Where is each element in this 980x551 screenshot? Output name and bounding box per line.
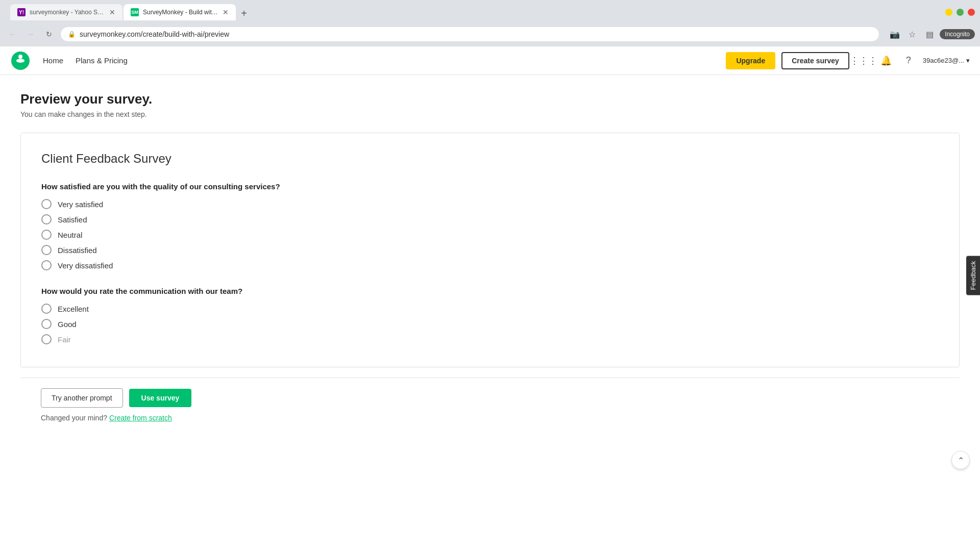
radio-very-satisfied[interactable] xyxy=(41,199,52,209)
radio-very-dissatisfied[interactable] xyxy=(41,260,52,270)
forward-button[interactable]: → xyxy=(23,27,38,41)
user-dropdown-icon: ▾ xyxy=(966,57,970,64)
help-icon[interactable]: ? xyxy=(900,53,917,69)
radio-good[interactable] xyxy=(41,319,52,329)
nav-plans[interactable]: Plans & Pricing xyxy=(76,56,128,65)
user-menu[interactable]: 39ac6e23@... ▾ xyxy=(923,57,970,64)
upgrade-button[interactable]: Upgrade xyxy=(726,52,775,69)
option-satisfied[interactable]: Satisfied xyxy=(41,214,939,224)
page-title: Preview your survey. xyxy=(20,91,960,107)
option-dissatisfied-label: Dissatisfied xyxy=(58,246,97,255)
minimize-button[interactable] xyxy=(945,9,952,16)
browser-tab-bar: Y! surveymonkey - Yahoo Search ✕ SM Surv… xyxy=(0,0,980,24)
option-excellent[interactable]: Excellent xyxy=(41,304,939,314)
main-content: Preview your survey. You can make change… xyxy=(0,75,980,432)
browser-header-icons: 📷 ☆ ▤ Incognito xyxy=(888,27,975,41)
option-neutral-label: Neutral xyxy=(58,231,82,239)
address-bar-row: ← → ↻ 🔒 surveymonkey.com/create/build-wi… xyxy=(0,24,980,46)
sm-favicon: SM xyxy=(131,8,139,16)
svg-point-1 xyxy=(18,55,22,59)
radio-neutral[interactable] xyxy=(41,230,52,240)
create-from-scratch-link[interactable]: Create from scratch xyxy=(109,414,172,422)
option-good[interactable]: Good xyxy=(41,319,939,329)
browser-chrome: Y! surveymonkey - Yahoo Search ✕ SM Surv… xyxy=(0,0,980,46)
survey-title: Client Feedback Survey xyxy=(41,152,939,166)
lock-icon: 🔒 xyxy=(68,31,76,38)
option-fair-label: Fair xyxy=(58,335,71,344)
url-text: surveymonkey.com/create/build-with-ai/pr… xyxy=(80,30,872,38)
tab-yahoo-label: surveymonkey - Yahoo Search xyxy=(30,9,105,16)
question-1: How satisfied are you with the quality o… xyxy=(41,182,939,270)
tab-surveymonkey[interactable]: SM SurveyMonkey - Build with AI ✕ xyxy=(124,4,236,20)
bottom-buttons: Try another prompt Use survey xyxy=(41,388,939,408)
nav-home[interactable]: Home xyxy=(43,56,63,65)
create-survey-button[interactable]: Create survey xyxy=(781,52,849,69)
question-2-options: Excellent Good Fair xyxy=(41,304,939,344)
radio-dissatisfied[interactable] xyxy=(41,245,52,255)
page-subtitle: You can make changes in the next step. xyxy=(20,110,960,118)
use-survey-button[interactable]: Use survey xyxy=(129,389,192,407)
notifications-icon[interactable]: 🔔 xyxy=(878,53,894,69)
try-another-prompt-button[interactable]: Try another prompt xyxy=(41,388,123,408)
close-button[interactable] xyxy=(968,9,975,16)
option-very-dissatisfied[interactable]: Very dissatisfied xyxy=(41,260,939,270)
survey-preview[interactable]: Client Feedback Survey How satisfied are… xyxy=(20,133,960,367)
changed-mind-row: Changed your mind? Create from scratch xyxy=(41,414,939,422)
new-tab-button[interactable]: + xyxy=(237,6,251,20)
back-button[interactable]: ← xyxy=(5,27,19,41)
option-very-satisfied-label: Very satisfied xyxy=(58,200,103,209)
survey-inner: Client Feedback Survey How satisfied are… xyxy=(21,133,959,367)
option-good-label: Good xyxy=(58,320,77,329)
apps-icon[interactable]: ⋮⋮⋮ xyxy=(855,53,872,69)
tabs-container: Y! surveymonkey - Yahoo Search ✕ SM Surv… xyxy=(5,4,256,20)
app-nav: Home Plans & Pricing Upgrade Create surv… xyxy=(0,46,980,75)
nav-right: Upgrade Create survey ⋮⋮⋮ 🔔 ? 39ac6e23@.… xyxy=(726,52,970,69)
tab-yahoo-close[interactable]: ✕ xyxy=(109,8,115,16)
radio-excellent[interactable] xyxy=(41,304,52,314)
yahoo-favicon: Y! xyxy=(17,8,26,16)
option-very-dissatisfied-label: Very dissatisfied xyxy=(58,261,113,270)
option-fair[interactable]: Fair xyxy=(41,334,939,344)
feedback-tab[interactable]: Feedback xyxy=(966,256,980,295)
option-very-satisfied[interactable]: Very satisfied xyxy=(41,199,939,209)
question-2-text: How would you rate the communication wit… xyxy=(41,287,939,295)
option-excellent-label: Excellent xyxy=(58,305,89,313)
changed-mind-text: Changed your mind? xyxy=(41,414,109,422)
radio-satisfied[interactable] xyxy=(41,214,52,224)
option-satisfied-label: Satisfied xyxy=(58,215,87,224)
question-1-options: Very satisfied Satisfied Neutral Dissati… xyxy=(41,199,939,270)
radio-fair[interactable] xyxy=(41,334,52,344)
question-2: How would you rate the communication wit… xyxy=(41,287,939,344)
tab-sm-label: SurveyMonkey - Build with AI xyxy=(143,9,218,16)
window-controls xyxy=(945,9,975,16)
tab-yahoo[interactable]: Y! surveymonkey - Yahoo Search ✕ xyxy=(10,4,122,20)
camera-icon[interactable]: 📷 xyxy=(888,27,902,41)
user-email: 39ac6e23@... xyxy=(923,57,964,64)
option-dissatisfied[interactable]: Dissatisfied xyxy=(41,245,939,255)
address-bar[interactable]: 🔒 surveymonkey.com/create/build-with-ai/… xyxy=(60,27,879,42)
question-1-text: How satisfied are you with the quality o… xyxy=(41,182,939,191)
logo[interactable] xyxy=(10,51,31,71)
nav-links: Home Plans & Pricing xyxy=(43,56,128,65)
bottom-bar: Try another prompt Use survey Changed yo… xyxy=(20,378,960,432)
incognito-badge: Incognito xyxy=(940,29,975,39)
refresh-button[interactable]: ↻ xyxy=(42,27,56,41)
maximize-button[interactable] xyxy=(957,9,964,16)
option-neutral[interactable]: Neutral xyxy=(41,230,939,240)
tab-sm-close[interactable]: ✕ xyxy=(223,8,229,16)
bookmark-icon[interactable]: ☆ xyxy=(905,27,919,41)
sidebar-icon[interactable]: ▤ xyxy=(922,27,937,41)
